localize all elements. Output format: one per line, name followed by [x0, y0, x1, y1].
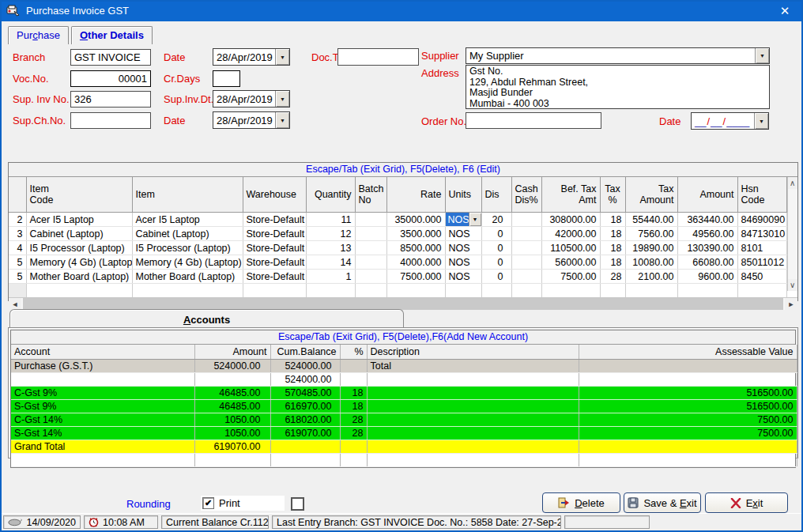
cell-bef-tax[interactable]: 56000.00 [541, 255, 600, 270]
doc-tag-input[interactable] [337, 48, 419, 66]
order-no-input[interactable] [466, 112, 601, 129]
cell-item-code[interactable]: Acer I5 Laptop [26, 213, 132, 227]
cell-pct[interactable] [340, 373, 367, 387]
cell-cum-balance[interactable]: 524000.00 [270, 373, 340, 387]
cell-assessable[interactable] [579, 440, 797, 454]
cell-amount[interactable]: 130390.00 [677, 241, 737, 255]
cell-dis[interactable] [481, 284, 511, 298]
cell-description[interactable]: Total [367, 360, 579, 373]
cell-item[interactable]: Cabinet (Laptop) [132, 227, 243, 241]
cell-description[interactable] [367, 440, 579, 454]
cell-rownum[interactable]: 5 [9, 255, 26, 270]
cell-assessable[interactable]: 7500.00 [579, 427, 797, 440]
cell-hsn[interactable] [737, 284, 786, 298]
cell-assessable[interactable]: 516500.00 [579, 400, 797, 413]
table-row[interactable]: 5 Mother Board (Laptop) Mother Board (La… [9, 270, 786, 284]
cell-account[interactable]: C-Gst 9% [11, 387, 194, 400]
col-item-code[interactable]: ItemCode [26, 177, 132, 213]
cell-description[interactable] [367, 373, 579, 387]
cell-amount[interactable] [677, 284, 737, 298]
cell-account[interactable]: S-Gst 9% [11, 400, 194, 413]
horizontal-scrollbar[interactable]: ◄ ► [9, 297, 797, 310]
cell-tax-amount[interactable] [625, 284, 677, 298]
col-amount[interactable]: Amount [194, 345, 270, 360]
cell-account[interactable]: Grand Total [11, 440, 194, 454]
cell-tax-amount[interactable]: 10080.00 [625, 255, 677, 270]
cell-batch-no[interactable] [355, 227, 386, 241]
cell-rate[interactable]: 4000.000 [386, 255, 445, 270]
date2-combo[interactable]: 28/Apr/2019▼ [213, 111, 290, 129]
save-exit-button[interactable]: Save & Exit [624, 492, 701, 513]
cell-item[interactable] [132, 284, 243, 298]
cell-warehouse[interactable]: Store-Default [243, 255, 306, 270]
cell-tax-pct[interactable]: 18 [600, 227, 625, 241]
cell-dis[interactable]: 0 [481, 227, 511, 241]
cell-assessable[interactable]: 516500.00 [579, 387, 797, 400]
table-row[interactable]: Grand Total 619070.00 [11, 440, 797, 454]
cell-pct[interactable]: 28 [340, 427, 367, 440]
cell-hsn[interactable]: 84690090 [737, 213, 786, 227]
col-hsn-code[interactable]: HsnCode [737, 177, 786, 213]
cell-item-code[interactable]: Cabinet (Laptop) [26, 227, 132, 241]
cell-pct[interactable]: 18 [340, 387, 367, 400]
col-tax-amount[interactable]: TaxAmount [625, 177, 677, 213]
cell-rate[interactable]: 8500.000 [386, 241, 445, 255]
cell-pct[interactable]: 28 [340, 413, 367, 427]
cell-cum-balance[interactable] [270, 440, 340, 454]
cell-batch-no[interactable] [355, 270, 386, 284]
cell-quantity[interactable] [306, 284, 355, 298]
cell-rownum[interactable] [9, 284, 26, 298]
cell-description[interactable] [367, 427, 579, 440]
table-row[interactable]: C-Gst 14% 1050.00 618020.00 28 7500.00 [11, 413, 797, 427]
sup-inv-dt-combo[interactable]: 28/Apr/2019▼ [213, 90, 290, 108]
cell-account[interactable]: S-Gst 14% [11, 427, 194, 440]
cell-hsn[interactable]: 85011012 [737, 255, 786, 270]
cell-bef-tax[interactable]: 42000.00 [541, 227, 600, 241]
cell-item[interactable]: Acer I5 Laptop [132, 213, 243, 227]
col-batch-no[interactable]: BatchNo [355, 177, 386, 213]
col-bef-tax-amt[interactable]: Bef. TaxAmt [541, 177, 600, 213]
branch-input[interactable]: GST INVOICE [70, 49, 151, 66]
cell-pct[interactable] [340, 454, 367, 467]
sup-ch-no-input[interactable] [70, 112, 151, 129]
table-row[interactable]: 2 Acer I5 Laptop Acer I5 Laptop Store-De… [9, 213, 786, 227]
cell-warehouse[interactable]: Store-Default [243, 270, 306, 284]
cell-amount[interactable]: 66080.00 [677, 255, 737, 270]
cell-cum-balance[interactable]: 618020.00 [270, 413, 340, 427]
cell-tax-pct[interactable]: 18 [600, 255, 625, 270]
cell-dis[interactable]: 0 [481, 255, 511, 270]
tab-purchase[interactable]: Purchase [8, 26, 69, 44]
cell-bef-tax[interactable] [541, 284, 600, 298]
table-row[interactable]: C-Gst 9% 46485.00 570485.00 18 516500.00 [11, 387, 797, 400]
cell-cum-balance[interactable] [270, 454, 340, 467]
cell-amount[interactable]: 1050.00 [194, 427, 270, 440]
cell-units[interactable]: NOS [445, 255, 481, 270]
cell-bef-tax[interactable]: 110500.00 [541, 241, 600, 255]
cell-amount[interactable]: 363440.00 [677, 213, 737, 227]
vertical-scrollbar[interactable]: ∧ ∨ [787, 177, 798, 291]
cell-batch-no[interactable] [355, 213, 386, 227]
cell-units[interactable]: NOS [445, 241, 481, 255]
table-row[interactable]: S-Gst 14% 1050.00 619070.00 28 7500.00 [11, 427, 797, 440]
cell-account[interactable] [11, 454, 194, 467]
cell-description[interactable] [367, 400, 579, 413]
cell-dis[interactable]: 0 [481, 270, 511, 284]
cell-amount[interactable]: 49560.00 [677, 227, 737, 241]
cell-assessable[interactable] [579, 454, 797, 467]
cell-amount[interactable]: 46485.00 [194, 400, 270, 413]
cell-pct[interactable] [340, 440, 367, 454]
cell-assessable[interactable] [579, 373, 797, 387]
cell-warehouse[interactable] [243, 284, 306, 298]
cell-quantity[interactable]: 14 [306, 255, 355, 270]
sup-inv-no-input[interactable]: 326 [70, 91, 151, 108]
cell-account[interactable]: C-Gst 14% [11, 413, 194, 427]
cell-amount[interactable]: 524000.00 [194, 360, 270, 373]
cell-quantity[interactable]: 11 [306, 213, 355, 227]
cell-description[interactable] [367, 387, 579, 400]
cell-pct[interactable] [340, 360, 367, 373]
col-tax-pct[interactable]: Tax% [600, 177, 625, 213]
cell-cum-balance[interactable]: 524000.00 [270, 360, 340, 373]
cell-units[interactable]: NOS [445, 270, 481, 284]
col-cash-dis[interactable]: CashDis% [511, 177, 541, 213]
secondary-checkbox[interactable] [291, 497, 304, 511]
